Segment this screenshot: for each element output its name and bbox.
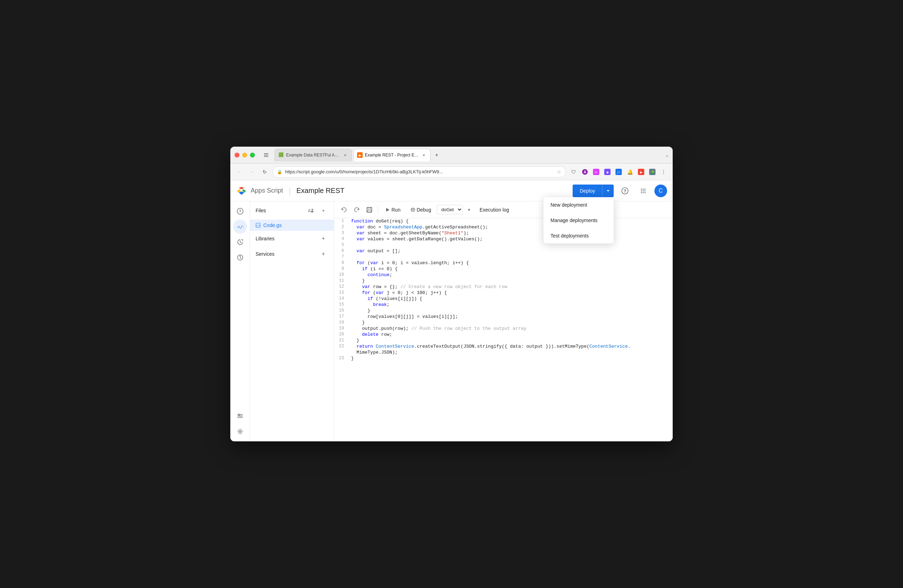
svg-point-37 [239,431,241,433]
svg-rect-43 [368,210,371,212]
help-button[interactable]: ? [618,184,632,198]
deploy-button[interactable]: Deploy [573,185,602,197]
forward-button[interactable]: → [247,167,257,177]
svg-text:?: ? [623,188,626,194]
bookmark-icon[interactable]: ☆ [557,169,562,175]
traffic-lights [234,153,255,158]
execution-log-button[interactable]: Execution log [475,204,513,215]
security-icon: 🔒 [277,169,282,174]
sort-files-button[interactable]: AZ [306,205,316,215]
code-line-8: 8 for (var i = 0; i < values.length; i++… [334,260,673,266]
new-tab-button[interactable]: + [432,150,442,160]
svg-text:ƒ?: ƒ? [617,171,620,174]
deploy-manage-item[interactable]: Manage deployments [543,213,614,228]
code-line-3: 3 var sheet = doc.getSheetByName("Sheet1… [334,230,673,236]
svg-text:</>: </> [238,224,244,229]
code-line-19: 19 output.push(row); // Push the row obj… [334,326,673,332]
svg-point-27 [645,192,646,193]
deploy-new-item[interactable]: New deployment [543,197,614,213]
code-line-16: 16 } [334,308,673,314]
extension-btn-5[interactable]: 🔔 [625,167,635,177]
svg-point-22 [641,190,642,191]
sidebar-editor-btn[interactable]: </> [233,220,247,234]
debug-button[interactable]: Debug [406,204,435,215]
code-line-14: 14 if (!values[i][j]) { [334,296,673,302]
code-line-1: 1 function doGet(req) { [334,218,673,224]
tabs-area: 🟩 Example Data RESTFul API - Go... ✕ ▶ E… [275,147,669,163]
sidebar-toggle-button[interactable] [261,150,272,160]
fullscreen-button[interactable] [250,153,255,158]
refresh-button[interactable]: ↻ [260,167,270,177]
add-service-button[interactable]: + [318,249,328,259]
code-line-2: 2 var doc = SpreadsheetApp.getActiveSpre… [334,224,673,230]
tab-2-icon: ▶ [357,152,363,158]
code-line-5: 5 [334,242,673,248]
add-library-button[interactable]: + [318,234,328,243]
add-file-button[interactable]: + [318,205,328,215]
tab-overflow-button[interactable]: ⌵ [665,152,669,158]
deploy-dropdown-menu: New deployment Manage deployments Test d… [543,197,614,243]
app-window: 🟩 Example Data RESTFul API - Go... ✕ ▶ E… [230,147,673,441]
extension-btn-3[interactable]: ◆ [603,167,612,177]
svg-text:</>: </> [256,224,261,227]
sidebar-triggers-btn[interactable] [233,235,247,249]
svg-point-36 [238,414,240,416]
files-title: Files [256,208,303,213]
extension-btn-6[interactable]: ▶ [636,167,646,177]
extension-btn-1[interactable]: A [580,167,590,177]
editor-area: Run Debug doGet ▾ Execution log [334,201,673,441]
function-selector[interactable]: doGet [437,205,463,214]
run-button[interactable]: Run [381,204,405,215]
back-button[interactable]: ← [234,167,244,177]
user-avatar[interactable]: C [654,185,667,197]
file-item-code-gs[interactable]: </> Code.gs [250,220,334,231]
sidebar-project-settings-btn[interactable] [233,409,247,423]
code-line-22b: MimeType.JSON); [334,350,673,355]
function-dropdown-btn[interactable]: ▾ [464,205,474,215]
app-logo: Apps Script [236,185,283,196]
save-button[interactable] [364,204,375,215]
svg-point-26 [643,192,644,193]
toolbar-sep-1 [378,205,378,214]
svg-point-19 [641,188,642,190]
tab-1-close[interactable]: ✕ [342,152,348,158]
extension-btn-7[interactable]: 🧩 [647,167,657,177]
extension-btn-2[interactable]: ✏ [591,167,601,177]
file-panel: Files AZ + </> Code.gs Libraries + [250,201,334,441]
sidebar-overview-btn[interactable] [233,204,247,218]
code-line-12: 12 var row = {}; // Create a new row obj… [334,284,673,290]
url-text: https://script.google.com/u/0/home/proje… [285,169,554,174]
sidebar-settings-btn[interactable] [233,425,247,439]
tab-2-close[interactable]: ✕ [421,152,426,158]
extension-btn-4[interactable]: ƒ? [614,167,623,177]
svg-rect-0 [264,153,268,154]
tab-1-label: Example Data RESTFul API - Go... [286,153,340,158]
url-bar[interactable]: 🔒 https://script.google.com/u/0/home/pro… [272,166,566,177]
deploy-test-item[interactable]: Test deployments [543,228,614,243]
libraries-section[interactable]: Libraries + [250,231,334,246]
sidebar-icons: </> [230,201,250,441]
sidebar-executions-btn[interactable] [233,251,247,265]
svg-text:◆: ◆ [606,171,609,174]
svg-text:A: A [584,170,586,174]
code-line-15: 15 break; [334,302,673,308]
grid-button[interactable] [636,184,650,198]
code-editor[interactable]: 1 function doGet(req) { 2 var doc = Spre… [334,218,673,441]
services-section[interactable]: Services + [250,246,334,262]
svg-text:🧩: 🧩 [651,170,655,174]
deploy-dropdown-button[interactable] [602,185,614,197]
run-label: Run [392,207,401,213]
minimize-button[interactable] [242,153,247,158]
app-name: Apps Script [251,187,283,194]
svg-point-24 [645,190,646,191]
shield-icon-btn[interactable]: 🛡 [569,167,579,177]
more-menu-button[interactable]: ⋮ [659,167,669,177]
tab-1[interactable]: 🟩 Example Data RESTFul API - Go... ✕ [275,149,352,162]
svg-point-44 [411,208,415,212]
tab-2[interactable]: ▶ Example REST - Project Editor ✕ [353,149,430,162]
redo-button[interactable] [351,204,362,215]
code-line-23: 23 } [334,355,673,361]
browser-actions: 🛡 A ✏ ◆ ƒ? 🔔 ▶ 🧩 ⋮ [569,167,669,177]
close-button[interactable] [234,153,239,158]
undo-button[interactable] [338,204,350,215]
